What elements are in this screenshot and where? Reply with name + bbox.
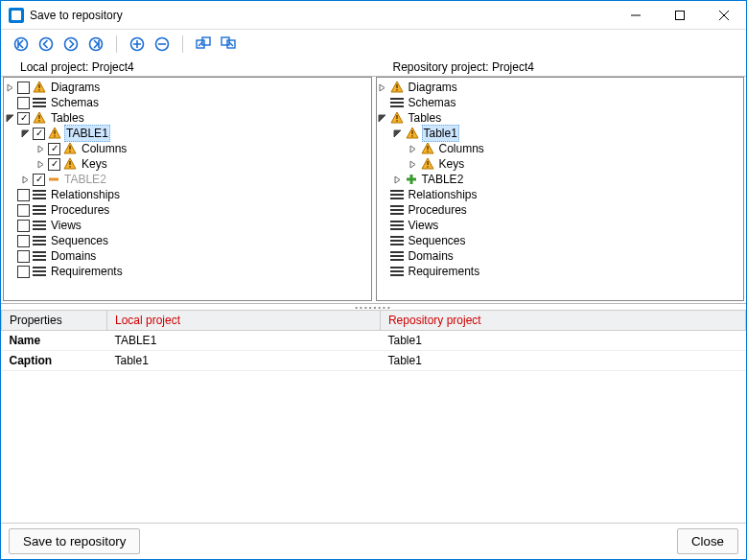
collapse-icon[interactable]: [377, 112, 388, 124]
tree-node-label[interactable]: Relationships: [407, 187, 479, 202]
properties-panel: Properties Local project Repository proj…: [1, 310, 746, 523]
tree-node-label[interactable]: Diagrams: [407, 80, 459, 95]
nav-last-button[interactable]: [85, 34, 106, 55]
category-icon: [33, 267, 46, 276]
warning-icon: [63, 142, 77, 155]
checkbox[interactable]: [33, 128, 45, 140]
checkbox[interactable]: [48, 143, 60, 155]
tree-node-label[interactable]: Diagrams: [49, 80, 102, 95]
category-icon: [33, 205, 46, 215]
toolbar-separator: [116, 35, 117, 53]
warning-icon: [33, 81, 46, 94]
expand-icon[interactable]: [19, 174, 31, 185]
tree-node-label[interactable]: TABLE2: [420, 172, 466, 187]
tree-node-label[interactable]: Keys: [437, 156, 467, 172]
added-icon: [406, 174, 417, 185]
expand-icon[interactable]: [35, 158, 46, 170]
tree-node-label[interactable]: Requirements: [49, 264, 125, 279]
warning-icon: [48, 127, 61, 140]
nav-next-button[interactable]: [60, 34, 82, 55]
warning-icon: [33, 111, 46, 125]
checkbox[interactable]: [17, 250, 30, 263]
tree-node-label[interactable]: Domains: [407, 248, 455, 264]
tree-node-label[interactable]: Views: [49, 218, 83, 233]
category-icon: [33, 221, 46, 230]
category-icon: [33, 251, 46, 261]
warning-icon: [421, 142, 434, 155]
checkbox[interactable]: [48, 158, 60, 171]
expand-icon[interactable]: [35, 143, 46, 154]
tree-node-label[interactable]: Relationships: [49, 187, 122, 202]
tree-node-label[interactable]: Domains: [49, 248, 98, 264]
tree-node-label[interactable]: Schemas: [49, 95, 101, 110]
property-label: Name: [2, 331, 107, 351]
tree-node-label[interactable]: Keys: [80, 156, 109, 172]
add-button[interactable]: [127, 34, 148, 55]
property-local-value: TABLE1: [107, 331, 381, 351]
property-label: Caption: [2, 351, 107, 371]
checkbox[interactable]: [17, 266, 30, 278]
nav-first-button[interactable]: [11, 34, 32, 55]
copy-left-button[interactable]: [218, 34, 239, 55]
tree-node-label[interactable]: Requirements: [407, 264, 482, 279]
tree-node-label[interactable]: TABLE1: [64, 125, 110, 142]
tree-node-label[interactable]: Sequences: [407, 233, 468, 248]
collapse-icon[interactable]: [392, 128, 404, 139]
svg-rect-12: [676, 11, 685, 19]
category-icon: [390, 236, 404, 245]
copy-right-button[interactable]: [193, 34, 214, 55]
tree-node-label[interactable]: Procedures: [407, 202, 469, 218]
repo-tree[interactable]: Diagrams Schemas Tables Table1 Columns K…: [376, 77, 745, 301]
property-row: Caption Table1 Table1: [2, 351, 746, 371]
warning-icon: [390, 111, 404, 125]
minimize-button[interactable]: [614, 1, 658, 30]
tree-node-label[interactable]: TABLE2: [62, 172, 108, 187]
collapse-icon[interactable]: [4, 112, 15, 124]
titlebar: Save to repository: [1, 1, 746, 30]
maximize-button[interactable]: [658, 1, 702, 30]
tree-node-label[interactable]: Table1: [422, 125, 459, 142]
checkbox[interactable]: [17, 112, 30, 125]
warning-icon: [406, 127, 419, 140]
checkbox[interactable]: [17, 97, 30, 109]
tree-node-label[interactable]: Procedures: [49, 202, 111, 218]
close-window-button[interactable]: [702, 1, 746, 30]
category-icon: [33, 236, 46, 245]
expand-icon[interactable]: [408, 143, 419, 154]
property-local-value: Table1: [107, 351, 381, 371]
local-tree[interactable]: Diagrams Schemas Tables TABLE1 Columns K…: [3, 77, 372, 301]
tree-node-label[interactable]: Views: [407, 218, 441, 233]
tree-node-label[interactable]: Tables: [49, 110, 86, 126]
checkbox[interactable]: [33, 174, 45, 186]
repo-tree-header: Repository project: Project4: [374, 58, 747, 76]
expand-icon[interactable]: [392, 174, 404, 185]
checkbox[interactable]: [17, 189, 30, 201]
repo-column-header: Repository project: [380, 311, 745, 331]
expand-icon[interactable]: [377, 82, 388, 93]
checkbox[interactable]: [17, 220, 30, 232]
category-icon: [390, 98, 404, 107]
app-icon: [9, 8, 24, 23]
local-tree-header: Local project: Project4: [1, 58, 374, 76]
save-button[interactable]: Save to repository: [9, 528, 140, 554]
tree-node-label[interactable]: Columns: [437, 141, 486, 156]
category-icon: [390, 221, 404, 230]
close-button[interactable]: Close: [677, 528, 738, 554]
tree-node-label[interactable]: Tables: [407, 110, 444, 126]
tree-node-label[interactable]: Schemas: [407, 95, 458, 110]
checkbox[interactable]: [17, 235, 30, 247]
expand-icon[interactable]: [4, 82, 15, 93]
remove-button[interactable]: [152, 34, 173, 55]
expand-icon[interactable]: [408, 158, 419, 170]
collapse-icon[interactable]: [19, 128, 31, 139]
warning-icon: [63, 157, 77, 171]
tree-node-label[interactable]: Sequences: [49, 233, 110, 248]
nav-prev-button[interactable]: [35, 34, 57, 55]
category-icon: [390, 251, 404, 261]
tree-node-label[interactable]: Columns: [80, 141, 128, 156]
checkbox[interactable]: [17, 82, 30, 94]
window-title: Save to repository: [30, 9, 123, 22]
toolbar: [1, 30, 746, 58]
checkbox[interactable]: [17, 204, 30, 217]
local-column-header: Local project: [107, 311, 381, 331]
